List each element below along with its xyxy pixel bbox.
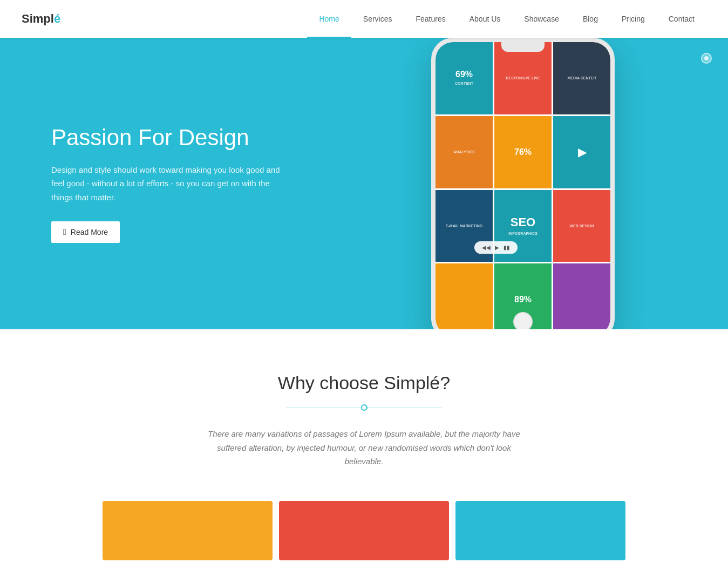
why-heading: Why choose Simplé? [51, 372, 677, 394]
nav-item-pricing[interactable]: Pricing [610, 0, 657, 38]
nav-links: Home Services Features About Us Showcase… [307, 0, 706, 38]
phone-frame: 69% CONTENT RESPONSIVE LIVE MEDIA CENTER [431, 38, 615, 329]
hero-content: Passion For Design Design and style shou… [0, 124, 281, 243]
tile-10 [436, 263, 493, 329]
feature-cards [51, 501, 677, 560]
phone-notch [501, 42, 545, 52]
media-controls: ◀◀ ▶ ▮▮ [474, 241, 518, 254]
phone-home-button [513, 312, 533, 329]
tile-6: ▶ [553, 116, 610, 188]
phone-mockup: 69% CONTENT RESPONSIVE LIVE MEDIA CENTER [302, 38, 728, 329]
tile-3: MEDIA CENTER [553, 42, 610, 114]
tile-2: RESPONSIVE LIVE [494, 42, 552, 114]
nav-item-home[interactable]: Home [307, 0, 351, 38]
read-more-button[interactable]:  Read More [51, 221, 120, 243]
phone-screen: 69% CONTENT RESPONSIVE LIVE MEDIA CENTER [436, 42, 610, 329]
hero-body: Design and style should work toward maki… [51, 163, 281, 205]
tile-12 [553, 263, 610, 329]
tile-9: WEB DESIGN [553, 190, 610, 262]
navigation: Simplé Home Services Features About Us S… [0, 0, 728, 38]
divider-line-right [367, 408, 443, 408]
nav-item-features[interactable]: Features [404, 0, 457, 38]
tile-1: 69% CONTENT [436, 42, 493, 114]
tile-5: 76% [494, 116, 552, 188]
logo[interactable]: Simplé [22, 12, 60, 26]
read-more-label: Read More [71, 228, 108, 236]
card-red [279, 501, 449, 560]
nav-item-contact[interactable]: Contact [657, 0, 706, 38]
tile-4: ANALYTICS [436, 116, 493, 188]
why-description: There are many variations of passages of… [197, 427, 532, 469]
card-yellow [103, 501, 273, 560]
nav-item-about[interactable]: About Us [458, 0, 513, 38]
card-blue [455, 501, 625, 560]
pause-icon[interactable]: ▮▮ [504, 245, 510, 250]
nav-item-showcase[interactable]: Showcase [512, 0, 571, 38]
skip-back-icon[interactable]: ◀◀ [482, 245, 491, 250]
nav-item-services[interactable]: Services [351, 0, 404, 38]
nav-item-blog[interactable]: Blog [571, 0, 610, 38]
hero-heading: Passion For Design [51, 124, 281, 151]
apple-icon:  [63, 227, 66, 237]
why-section: Why choose Simplé? There are many variat… [0, 329, 728, 583]
play-icon[interactable]: ▶ [495, 245, 499, 250]
divider-line-left [286, 408, 362, 408]
section-divider [51, 404, 677, 411]
hero-section: Passion For Design Design and style shou… [0, 38, 728, 329]
